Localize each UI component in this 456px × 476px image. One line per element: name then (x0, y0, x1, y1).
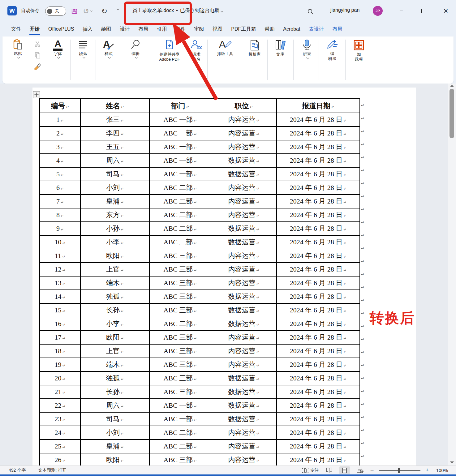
table-cell[interactable]: 2024 年 6 月 28 日↵ (277, 358, 360, 371)
zoom-out-button[interactable]: − (370, 467, 374, 474)
font-button[interactable]: A 字体 (48, 39, 68, 58)
table-cell[interactable]: 2024 年 6 月 28 日↵ (277, 453, 360, 467)
layout-tools-button[interactable]: A 排版工具 (212, 39, 239, 56)
table-cell[interactable]: 10↵ (40, 235, 80, 249)
table-cell[interactable]: 内容运营↵ (211, 263, 277, 276)
autosave-toggle[interactable]: 关 (45, 6, 66, 16)
table-cell[interactable]: 内容运营↵ (211, 195, 277, 208)
table-cell[interactable]: ABC 一部↵ (149, 399, 211, 412)
table-cell[interactable]: ABC 三部↵ (149, 385, 211, 399)
table-cell[interactable]: 司马↵ (80, 167, 149, 181)
table-cell[interactable]: 欧阳↵ (80, 249, 149, 263)
editing-button[interactable]: 编辑 (126, 39, 145, 58)
table-cell[interactable]: ABC 三部↵ (149, 344, 211, 358)
table-cell[interactable]: 数据运营↵ (211, 235, 277, 249)
zoom-in-button[interactable]: + (425, 467, 429, 474)
zoom-level[interactable]: 100% (434, 468, 448, 473)
table-cell[interactable]: ABC 一部↵ (149, 154, 211, 167)
focus-button[interactable]: 专注 (302, 468, 319, 473)
table-cell[interactable]: 14↵ (40, 290, 80, 303)
editor-button[interactable]: 编 辑器 (322, 39, 342, 61)
save-button[interactable] (70, 7, 79, 15)
table-cell[interactable]: 独孤↵ (80, 371, 149, 385)
table-cell[interactable]: 小李↵ (80, 235, 149, 249)
table-cell[interactable]: 数据运营↵ (211, 399, 277, 412)
table-cell[interactable]: 15↵ (40, 303, 80, 317)
table-cell[interactable]: 内容运营↵ (211, 140, 277, 154)
table-cell[interactable]: 5↵ (40, 167, 80, 181)
table-cell[interactable]: 数据运营↵ (211, 222, 277, 235)
table-cell[interactable]: 端木↵ (80, 276, 149, 290)
table-header-cell[interactable]: 姓名↵ (80, 99, 149, 113)
table-cell[interactable]: 7↵ (40, 195, 80, 208)
template-library-button[interactable]: 模板库 (244, 39, 265, 57)
table-cell[interactable]: 小刘↵ (80, 426, 149, 440)
table-cell[interactable]: 独孤↵ (80, 290, 149, 303)
table-cell[interactable]: ABC 二部↵ (149, 426, 211, 440)
cut-button[interactable] (33, 40, 41, 48)
table-cell[interactable]: 2024 年 6 月 28 日↵ (277, 399, 360, 412)
table-cell[interactable]: 数据运营↵ (211, 317, 277, 331)
table-cell[interactable]: 上官↵ (80, 263, 149, 276)
table-cell[interactable]: 20↵ (40, 371, 80, 385)
ribbon-tab[interactable]: Acrobat (279, 22, 304, 36)
undo-button[interactable]: ↺ (82, 6, 93, 16)
table-cell[interactable]: 2024 年 6 月 28 日↵ (277, 290, 360, 303)
table-cell[interactable]: ABC 三部↵ (149, 371, 211, 385)
table-cell[interactable]: 8↵ (40, 208, 80, 222)
table-cell[interactable]: ABC 二部↵ (149, 317, 211, 331)
table-cell[interactable]: ABC 一部↵ (149, 140, 211, 154)
table-cell[interactable]: 数据运营↵ (211, 154, 277, 167)
table-cell[interactable]: 2024 年 6 月 28 日↵ (277, 317, 360, 331)
scroll-up-icon[interactable] (450, 85, 454, 87)
ribbon-tab[interactable]: 布局 (134, 22, 153, 36)
table-cell[interactable]: 2024 年 6 月 28 日↵ (277, 412, 360, 426)
table-cell[interactable]: 小孙↵ (80, 222, 149, 235)
table-cell[interactable]: 李四↵ (80, 127, 149, 140)
table-cell[interactable]: 王五↵ (80, 140, 149, 154)
table-cell[interactable]: 司马↵ (80, 412, 149, 426)
table-cell[interactable]: ABC 二部↵ (149, 181, 211, 195)
table-cell[interactable]: 张三↵ (80, 113, 149, 127)
table-cell[interactable]: 内容运营↵ (211, 440, 277, 453)
create-share-pdf-button[interactable]: 创建并共享 Adobe PDF (152, 39, 187, 62)
table-cell[interactable]: 16↵ (40, 317, 80, 331)
ribbon-tab[interactable]: 表设计 (304, 22, 328, 36)
dictate-button[interactable]: 听写 (297, 39, 317, 59)
wenku-button[interactable]: 文库 (270, 39, 290, 57)
table-cell[interactable]: 内容运营↵ (211, 453, 277, 467)
table-cell[interactable]: 皇浦↵ (80, 195, 149, 208)
table-cell[interactable]: 2024 年 6 月 28 日↵ (277, 385, 360, 399)
table-cell[interactable]: 上官↵ (80, 344, 149, 358)
ribbon-tab[interactable]: 视图 (208, 22, 227, 36)
table-cell[interactable]: 数据运营↵ (211, 303, 277, 317)
table-cell[interactable]: 欧阳↵ (80, 453, 149, 467)
read-mode-button[interactable] (324, 466, 334, 474)
table-cell[interactable]: ABC 一部↵ (149, 412, 211, 426)
minimize-button[interactable]: − (395, 5, 407, 17)
table-cell[interactable]: 18↵ (40, 344, 80, 358)
table-header-cell[interactable]: 职位↵ (211, 99, 277, 113)
table-cell[interactable]: 内容运营↵ (211, 208, 277, 222)
table-cell[interactable]: ABC 三部↵ (149, 331, 211, 344)
close-button[interactable]: × (440, 5, 452, 17)
ribbon-tab[interactable]: 开始 (25, 22, 44, 36)
copy-button[interactable] (33, 51, 41, 59)
document-page[interactable]: 编号↵姓名↵部门↵职位↵报道日期↵ 1↵张三↵ABC 一部↵内容运营↵2024 … (32, 88, 416, 465)
table-cell[interactable]: 数据运营↵ (211, 290, 277, 303)
scroll-down-icon[interactable] (450, 461, 454, 464)
table-cell[interactable]: ABC 二部↵ (149, 440, 211, 453)
addins-button[interactable]: 加 载项 (349, 39, 369, 62)
table-cell[interactable]: 2024 年 6 月 28 日↵ (277, 208, 360, 222)
vertical-scrollbar[interactable] (448, 84, 456, 465)
ribbon-tab[interactable]: 文件 (7, 22, 25, 36)
table-cell[interactable]: 25↵ (40, 440, 80, 453)
table-cell[interactable]: 26↵ (40, 453, 80, 467)
table-cell[interactable]: 2024 年 6 月 28 日↵ (277, 440, 360, 453)
table-cell[interactable]: 2024 年 6 月 28 日↵ (277, 426, 360, 440)
document-title[interactable]: 员工录取名单.docx•已保存到这台电脑 (132, 7, 223, 14)
table-cell[interactable]: 2024 年 6 月 28 日↵ (277, 181, 360, 195)
ribbon-tab[interactable]: 布局 (328, 22, 346, 36)
table-cell[interactable]: 2024 年 6 月 28 日↵ (277, 127, 360, 140)
table-cell[interactable]: ABC 二部↵ (149, 222, 211, 235)
